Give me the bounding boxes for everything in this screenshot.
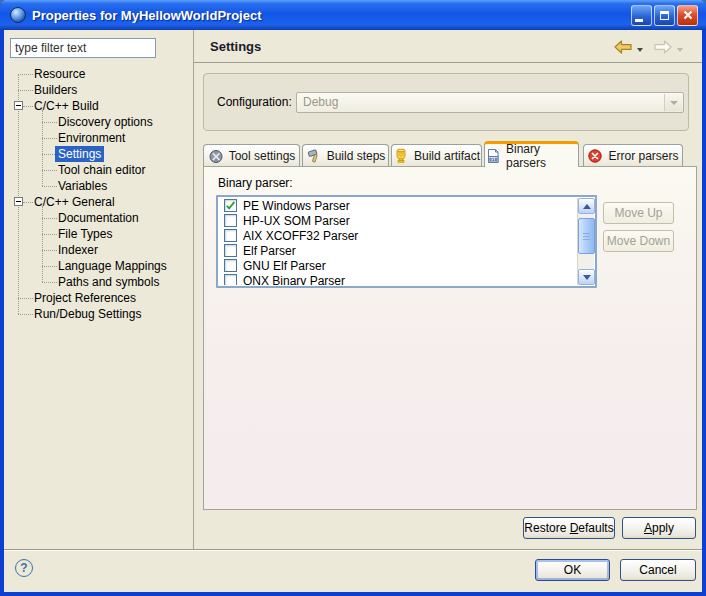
tree-item-variables[interactable]: Variables: [4, 178, 193, 194]
close-button[interactable]: [677, 5, 698, 26]
back-dropdown-icon[interactable]: [637, 48, 643, 52]
checkbox-unchecked-icon[interactable]: [224, 214, 237, 227]
checkbox-unchecked-icon[interactable]: [224, 274, 237, 285]
tree-item-c-c-general[interactable]: C/C++ General: [4, 194, 193, 210]
back-arrow-icon[interactable]: [612, 39, 634, 59]
tree-item-documentation[interactable]: Documentation: [4, 210, 193, 226]
tab-tool-settings[interactable]: Tool settings: [203, 144, 300, 166]
page-title: Settings: [210, 39, 261, 54]
scroll-thumb[interactable]: [578, 218, 595, 254]
parser-row-gnu-elf-parser[interactable]: GNU Elf Parser: [219, 258, 577, 273]
tree-item-label: Indexer: [55, 242, 101, 258]
tab-binary-parsers[interactable]: 010Binary parsers: [484, 141, 579, 167]
restore-defaults-button[interactable]: Restore Defaults: [523, 517, 615, 539]
parser-row-elf-parser[interactable]: Elf Parser: [219, 243, 577, 258]
move-down-button[interactable]: Move Down: [603, 230, 674, 252]
tree-item-label: Tool chain editor: [55, 162, 148, 178]
help-button[interactable]: ?: [15, 559, 33, 577]
ok-button[interactable]: OK: [535, 559, 610, 581]
configuration-group: Configuration: Debug: [203, 73, 689, 131]
tree-item-label: Discovery options: [55, 114, 156, 130]
scroll-up-icon[interactable]: [578, 198, 595, 214]
tree-item-label: File Types: [55, 226, 115, 242]
tab-error-parsers[interactable]: Error parsers: [583, 144, 683, 166]
tab-label: Build artifact: [414, 149, 480, 163]
help-icon: ?: [20, 561, 27, 575]
parser-label: PE Windows Parser: [243, 199, 350, 213]
parser-row-qnx-binary-parser[interactable]: QNX Binary Parser: [219, 273, 577, 285]
minimize-button[interactable]: [631, 5, 652, 26]
parser-label: HP-UX SOM Parser: [243, 214, 350, 228]
checkbox-checked-icon[interactable]: [224, 199, 237, 212]
sidebar-divider: [193, 30, 194, 549]
tree-item-discovery-options[interactable]: Discovery options: [4, 114, 193, 130]
minimize-icon: [635, 19, 643, 22]
tree-item-label: C/C++ Build: [31, 98, 102, 114]
tree-item-label: Documentation: [55, 210, 142, 226]
checkbox-unchecked-icon[interactable]: [224, 244, 237, 257]
svg-text:010: 010: [489, 157, 498, 162]
cancel-button[interactable]: Cancel: [620, 559, 696, 581]
tree-item-label: Builders: [31, 82, 80, 98]
binary-parser-rows: PE Windows ParserHP-UX SOM ParserAIX XCO…: [219, 198, 577, 285]
maximize-button[interactable]: [654, 5, 675, 26]
tree-item-c-c-build[interactable]: C/C++ Build: [4, 98, 193, 114]
tree-item-builders[interactable]: Builders: [4, 82, 193, 98]
tree-expander-icon[interactable]: [14, 101, 23, 110]
scroll-down-icon[interactable]: [578, 269, 595, 285]
window-title: Properties for MyHellowWorldProject: [32, 8, 631, 23]
apply-button[interactable]: Apply: [622, 517, 696, 539]
properties-dialog-window: Properties for MyHellowWorldProject Reso…: [0, 0, 706, 596]
tab-label: Binary parsers: [506, 142, 578, 170]
configuration-select[interactable]: Debug: [296, 92, 684, 113]
tree-expander-icon[interactable]: [14, 197, 23, 206]
tree-item-paths-and-symbols[interactable]: Paths and symbols: [4, 274, 193, 290]
parser-row-aix-xcoff32-parser[interactable]: AIX XCOFF32 Parser: [219, 228, 577, 243]
close-icon: [683, 10, 693, 20]
tree-item-resource[interactable]: Resource: [4, 66, 193, 82]
tree-item-run-debug-settings[interactable]: Run/Debug Settings: [4, 306, 193, 322]
build-artifact-icon: [393, 148, 409, 164]
parser-row-pe-windows-parser[interactable]: PE Windows Parser: [219, 198, 577, 213]
tab-build-steps[interactable]: Build steps: [302, 144, 389, 166]
tree-item-environment[interactable]: Environment: [4, 130, 193, 146]
tab-build-artifact[interactable]: Build artifact: [391, 144, 482, 166]
header-divider: [194, 62, 702, 63]
parser-label: GNU Elf Parser: [243, 259, 326, 273]
tree-item-tool-chain-editor[interactable]: Tool chain editor: [4, 162, 193, 178]
binary-parsers-icon: 010: [485, 148, 501, 164]
tree-item-indexer[interactable]: Indexer: [4, 242, 193, 258]
checkbox-unchecked-icon[interactable]: [224, 229, 237, 242]
forward-dropdown-icon[interactable]: [677, 48, 683, 52]
binary-parser-label: Binary parser:: [218, 176, 293, 190]
tree-item-label: Language Mappings: [55, 258, 170, 274]
scrollbar[interactable]: [577, 198, 594, 285]
titlebar[interactable]: Properties for MyHellowWorldProject: [0, 0, 706, 30]
tab-label: Build steps: [327, 149, 386, 163]
forward-arrow-icon[interactable]: [652, 39, 674, 59]
checkbox-unchecked-icon[interactable]: [224, 259, 237, 272]
tree-item-label: Paths and symbols: [55, 274, 162, 290]
maximize-icon: [660, 11, 669, 20]
binary-parsers-panel: Binary parser: PE Windows ParserHP-UX SO…: [203, 166, 697, 510]
move-up-button[interactable]: Move Up: [603, 202, 674, 224]
tree-item-file-types[interactable]: File Types: [4, 226, 193, 242]
tree-item-label: Resource: [31, 66, 88, 82]
tree-item-label: Project References: [31, 290, 139, 306]
tab-bar: Tool settingsBuild stepsBuild artifact01…: [203, 144, 697, 166]
tree-item-settings[interactable]: Settings: [4, 146, 193, 162]
tree-item-project-references[interactable]: Project References: [4, 290, 193, 306]
history-nav: [612, 39, 683, 59]
error-parsers-icon: [587, 148, 603, 164]
footer-divider: [4, 549, 702, 551]
tree-item-label: Run/Debug Settings: [31, 306, 144, 322]
tree-item-label: Settings: [55, 146, 104, 162]
parser-row-hp-ux-som-parser[interactable]: HP-UX SOM Parser: [219, 213, 577, 228]
filter-input[interactable]: [10, 38, 156, 58]
tree-item-label: C/C++ General: [31, 194, 118, 210]
dialog-client-area: ResourceBuildersC/C++ BuildDiscovery opt…: [4, 30, 702, 592]
configuration-label: Configuration:: [217, 95, 292, 109]
tool-settings-icon: [208, 148, 224, 164]
tree-item-language-mappings[interactable]: Language Mappings: [4, 258, 193, 274]
tab-label: Error parsers: [608, 149, 678, 163]
